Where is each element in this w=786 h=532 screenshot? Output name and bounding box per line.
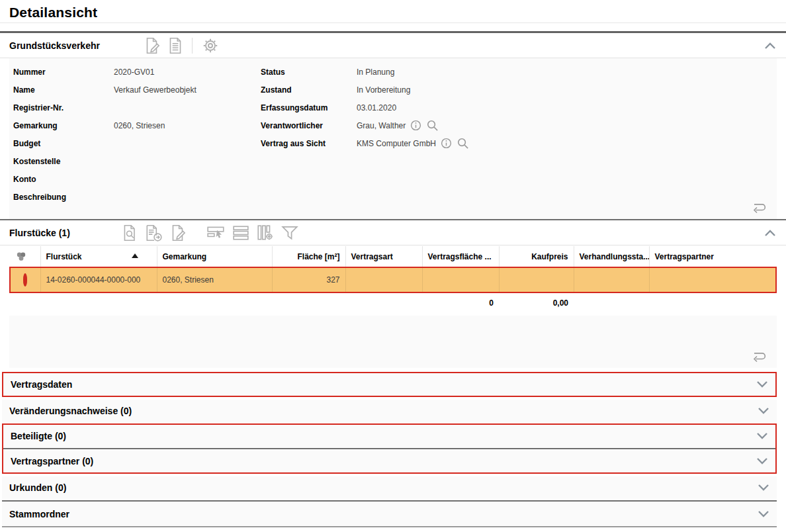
select-row-button[interactable] [206,224,226,242]
grundstuecksverkehr-header: Grundstücksverkehr [0,33,786,58]
column-header-verhandlungsstand[interactable]: Verhandlungssta... [574,246,649,267]
chevron-down-icon[interactable] [757,484,770,492]
cell-verhandlungsstand [574,267,649,292]
search-button[interactable] [426,119,439,132]
column-header-kaufpreis[interactable]: Kaufpreis [499,246,574,267]
flurstuecke-table: Flurstück Gemarkung Fläche [m²] Vertrags… [9,246,777,313]
divider [3,448,775,449]
chevron-down-icon[interactable] [756,432,769,440]
chevron-down-icon[interactable] [757,407,770,415]
table-row-selected[interactable]: 14-0260-000044-0000-000 0260, Striesen 3… [10,267,776,292]
undo-arrow-icon [750,201,767,214]
column-label: Flurstück [46,252,82,261]
undo-arrow-icon [750,350,767,363]
info-button[interactable] [441,138,452,149]
section-veraenderungsnachweise[interactable]: Veränderungsnachweise (0) [2,400,777,422]
field-label: Vertrag aus Sicht [261,139,357,148]
columns-gear-icon [256,224,274,242]
column-header-vertragspartner[interactable]: Vertragspartner [649,246,776,267]
settings-button[interactable] [201,36,220,55]
status-cluster-icon [15,251,35,262]
total-kaufpreis: 0,00 [499,292,574,313]
field-value-gemarkung: 0260, Striesen [114,121,261,130]
section-stammordner[interactable]: Stammordner [2,503,777,525]
filter-button[interactable] [281,224,299,242]
field-value-vertrag-aus-sicht: KMS Computer GmbH [357,137,777,150]
field-value-zustand: In Vorbereitung [357,85,777,95]
edit-document-button[interactable] [144,36,161,55]
field-label: Kostenstelle [9,157,114,166]
field-label: Nummer [9,67,114,77]
cell-vertragsflaeche [422,267,499,292]
column-settings-button[interactable] [256,224,274,242]
field-label: Status [261,67,357,77]
field-value-name: Verkauf Gewerbeobjekt [114,85,261,95]
flurstuecke-header: Flurstücke (1) [0,220,786,245]
collapse-flurstuecke-button[interactable] [762,228,778,238]
export-document-button[interactable] [145,224,163,242]
cell-gemarkung: 0260, Striesen [157,267,272,292]
cell-flaeche: 327 [272,267,345,292]
grundstuecksverkehr-panel: Nummer 2020-GV01 Status In Planung Name … [9,58,777,219]
column-header-flaeche[interactable]: Fläche [m²] [272,246,345,267]
field-value-erfassungsdatum: 03.01.2020 [357,103,777,112]
column-header-indicator[interactable] [10,246,40,267]
revert-button[interactable] [749,349,769,364]
preview-document-button[interactable] [122,224,138,242]
total-vertragsflaeche: 0 [422,292,499,313]
chevron-down-icon[interactable] [756,457,769,465]
field-label: Konto [9,175,114,184]
chevron-down-icon[interactable] [757,510,770,518]
list-rows-button[interactable] [232,224,249,242]
field-label: Erfassungsdatum [261,103,357,112]
grundstuecksverkehr-toolbar [144,36,220,55]
section-flurstuecke: Flurstücke (1) [0,220,786,368]
section-vertragsdaten[interactable]: Vertragsdaten [3,373,775,396]
section-label: Urkunden (0) [9,482,66,493]
field-label: Registrier-Nr. [9,103,114,112]
field-label: Verantwortlicher [261,121,357,130]
divider [2,526,777,527]
document-search-icon [122,224,138,242]
column-header-vertragsart[interactable]: Vertragsart [345,246,422,267]
section-label: Veränderungsnachweise (0) [9,406,132,416]
revert-button[interactable] [749,200,769,215]
detail-view: Detailansicht Grundstücksverkehr [0,0,786,527]
search-icon [426,119,439,132]
gear-icon [201,36,220,55]
search-button[interactable] [457,137,469,150]
chevron-down-icon[interactable] [756,380,769,388]
table-header-row: Flurstück Gemarkung Fläche [m²] Vertrags… [10,246,776,267]
info-icon [441,138,452,149]
cell-kaufpreis [499,267,574,292]
highlight-box-vertragsdaten: Vertragsdaten [2,372,777,397]
cell-vertragsart [345,267,422,292]
section-beteiligte[interactable]: Beteiligte (0) [3,425,775,447]
section-label: Vertragsdaten [11,379,72,390]
column-header-gemarkung[interactable]: Gemarkung [157,246,272,267]
field-value-verantwortlicher: Grau, Walther [357,119,777,132]
column-header-vertragsflaeche[interactable]: Vertragsfläche ... [422,246,499,267]
field-label: Name [9,85,114,95]
section-title-grundstuecksverkehr: Grundstücksverkehr [9,40,100,51]
vertrag-aus-sicht-text: KMS Computer GmbH [357,139,436,148]
edit-row-button[interactable] [169,224,187,242]
row-cursor-icon [206,224,226,242]
info-icon [410,120,421,131]
table-totals-row: 0 0,00 [10,292,776,313]
info-button[interactable] [410,120,421,131]
chevron-up-icon [764,229,777,237]
field-label: Beschreibung [9,193,114,202]
field-label: Zustand [261,85,357,95]
section-label: Beteiligte (0) [11,431,66,441]
section-vertragspartner[interactable]: Vertragspartner (0) [3,450,775,472]
section-label: Vertragspartner (0) [11,456,93,466]
divider [2,500,777,502]
section-urkunden[interactable]: Urkunden (0) [2,476,777,499]
document-icon [167,36,183,55]
column-header-flurstueck[interactable]: Flurstück [40,246,157,267]
document-edit-icon [169,224,187,242]
field-label: Gemarkung [9,121,114,130]
collapse-grundstuecksverkehr-button[interactable] [762,40,778,51]
document-report-button[interactable] [167,36,183,55]
